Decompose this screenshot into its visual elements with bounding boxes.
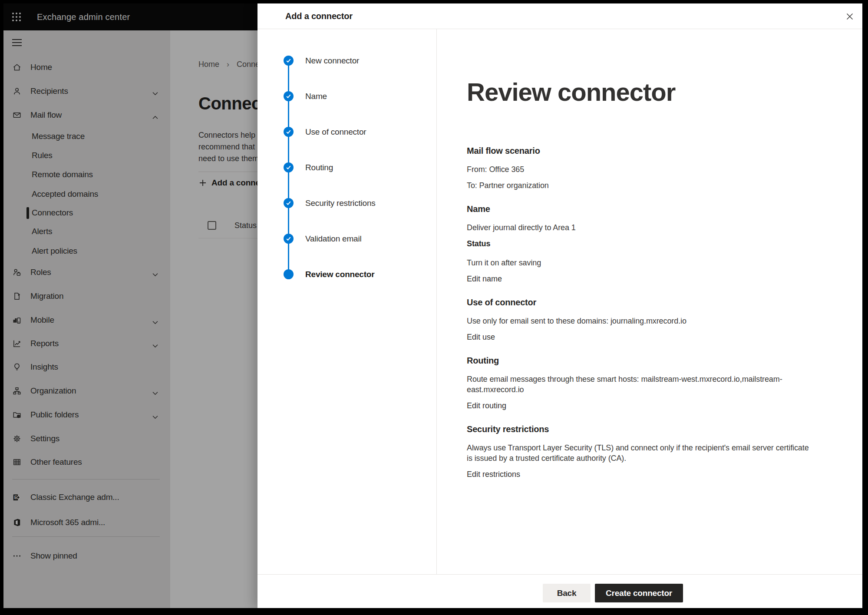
- section-name: Name Deliver journal directly to Area 1 …: [467, 203, 818, 284]
- section-heading: Mail flow scenario: [467, 145, 818, 156]
- status-value: Turn it on after saving: [467, 258, 810, 268]
- step-name[interactable]: Name: [257, 91, 436, 102]
- edit-restrictions-link[interactable]: Edit restrictions: [467, 469, 520, 479]
- step-validation-email[interactable]: Validation email: [257, 234, 436, 244]
- step-review-connector[interactable]: Review connector: [257, 269, 436, 280]
- section-routing: Routing Route email messages through the…: [467, 355, 818, 411]
- step-complete-icon: [284, 162, 294, 172]
- section-heading: Security restrictions: [467, 423, 818, 435]
- step-complete-icon: [284, 127, 294, 137]
- exchange-admin-center-window: Exchange admin center Home Recipients: [3, 3, 862, 608]
- step-complete-icon: [284, 56, 294, 66]
- use-of-connector-value: Use only for email sent to these domains…: [467, 316, 810, 326]
- panel-footer-divider: [257, 574, 862, 575]
- close-icon[interactable]: [846, 13, 854, 20]
- back-button[interactable]: Back: [543, 584, 591, 602]
- edit-name-link[interactable]: Edit name: [467, 274, 502, 284]
- mail-flow-from: From: Office 365: [467, 164, 810, 175]
- section-security-restrictions: Security restrictions Always use Transpo…: [467, 423, 818, 479]
- section-use-of-connector: Use of connector Use only for email sent…: [467, 297, 818, 342]
- panel-header: Add a connector: [257, 3, 862, 29]
- edit-use-link[interactable]: Edit use: [467, 332, 495, 342]
- step-complete-icon: [284, 198, 294, 208]
- panel-vertical-divider: [436, 29, 437, 574]
- review-heading: Review connector: [467, 76, 818, 108]
- section-heading: Name: [467, 203, 818, 215]
- section-mail-flow-scenario: Mail flow scenario From: Office 365 To: …: [467, 145, 818, 191]
- edit-routing-link[interactable]: Edit routing: [467, 400, 506, 411]
- panel-title: Add a connector: [285, 3, 353, 29]
- mail-flow-to: To: Partner organization: [467, 180, 810, 191]
- step-complete-icon: [284, 91, 294, 101]
- screen: Exchange admin center Home Recipients: [0, 0, 868, 615]
- step-security-restrictions[interactable]: Security restrictions: [257, 198, 436, 208]
- review-connector-content: Review connector Mail flow scenario From…: [467, 29, 818, 492]
- step-complete-icon: [284, 234, 294, 244]
- add-connector-panel: Add a connector New connector Name: [257, 3, 862, 608]
- security-restrictions-value: Always use Transport Layer Security (TLS…: [467, 443, 810, 463]
- section-heading: Use of connector: [467, 297, 818, 308]
- section-heading: Routing: [467, 355, 818, 366]
- create-connector-button[interactable]: Create connector: [595, 584, 683, 602]
- wizard-steps: New connector Name Use of connector Rout…: [257, 29, 436, 574]
- step-routing[interactable]: Routing: [257, 162, 436, 173]
- connector-name-value: Deliver journal directly to Area 1: [467, 222, 810, 233]
- step-use-of-connector[interactable]: Use of connector: [257, 127, 436, 137]
- status-subheading: Status: [467, 238, 810, 249]
- routing-value: Route email messages through these smart…: [467, 374, 810, 395]
- step-new-connector[interactable]: New connector: [257, 56, 436, 66]
- step-current-icon: [284, 269, 294, 279]
